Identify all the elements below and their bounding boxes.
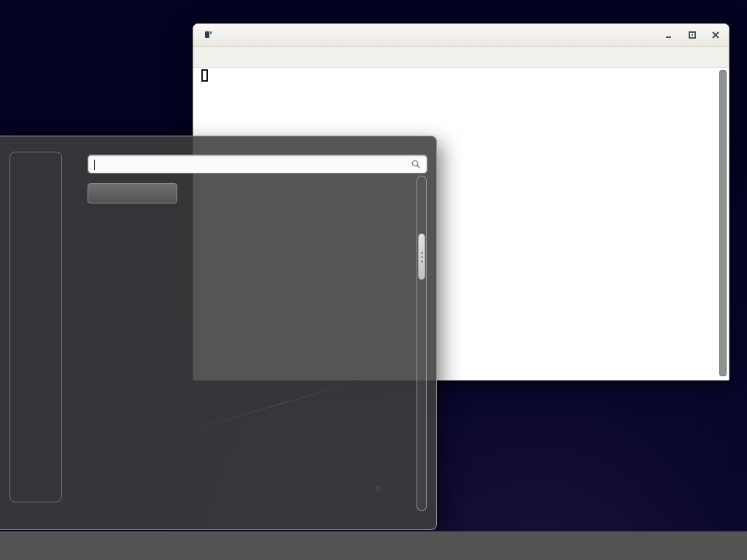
taskbar — [0, 531, 747, 560]
all-applications-button[interactable] — [88, 183, 177, 203]
application-menu — [0, 136, 437, 530]
text-caret — [94, 160, 95, 170]
menu-scrollbar-thumb[interactable] — [418, 233, 425, 280]
search-box — [88, 155, 427, 174]
menu-scrollbar-track — [417, 176, 427, 511]
shell-prompt — [196, 69, 208, 82]
search-input[interactable] — [88, 157, 410, 171]
search-icon — [410, 158, 422, 170]
minimize-button[interactable] — [665, 31, 673, 39]
terminal-titlebar[interactable] — [193, 24, 729, 47]
favorites-panel — [9, 152, 62, 502]
terminal-menubar — [193, 47, 729, 68]
terminal-cursor — [201, 69, 208, 82]
window-icon — [205, 31, 209, 38]
maximize-button[interactable] — [688, 31, 697, 39]
close-button[interactable] — [711, 31, 720, 39]
applications-list — [208, 174, 417, 509]
terminal-scrollbar[interactable] — [719, 70, 727, 376]
